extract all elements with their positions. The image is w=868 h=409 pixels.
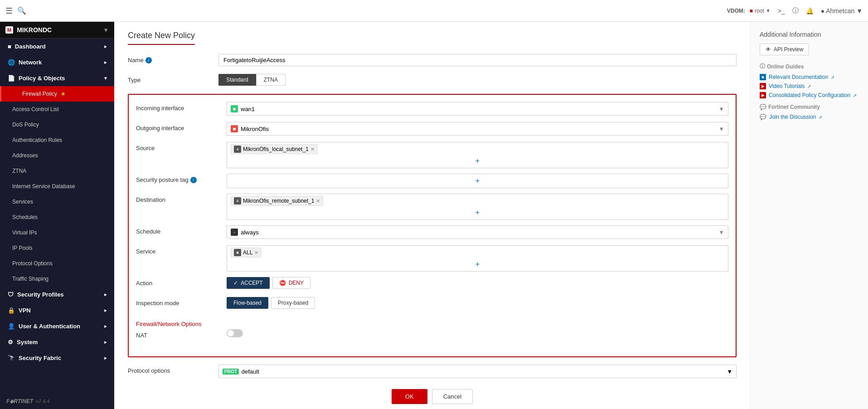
sidebar-item-ip-pools[interactable]: IP Pools [0,240,114,256]
schedule-icon: ◦ [231,229,238,236]
sidebar-item-label: Virtual IPs [12,229,37,236]
source-tag-remove[interactable]: ✕ [310,146,315,152]
incoming-interface-row: Incoming interface ■ wan1 ▼ [136,102,728,117]
topbar-right: VDOM: ■ root ▼ >_ ⓘ 🔔 ● Ahmetcan ▼ [727,7,863,15]
posture-field[interactable]: + [227,174,728,188]
sidebar-collapse-icon[interactable]: ▼ [103,27,109,34]
sidebar-item-protocol-options[interactable]: Protocol Options [0,256,114,271]
source-add-btn[interactable]: + [231,156,724,166]
service-icon: ■ [234,249,241,256]
type-ztna-btn[interactable]: ZTNA [256,74,286,86]
incoming-interface-select[interactable]: ■ wan1 ▼ [227,102,728,116]
nat-control [227,329,728,339]
type-btn-group: Standard ZTNA [218,74,737,86]
sidebar-item-network[interactable]: 🌐 Network ► [0,54,114,70]
sidebar-item-label: Protocol Options [12,260,53,267]
inspection-label: Inspection mode [136,297,227,307]
toggle-knob [228,330,234,336]
outgoing-value: MikronOfis [241,126,269,132]
search-icon[interactable]: 🔍 [17,6,26,15]
consolidated-policy-link[interactable]: ▶ Consolidated Policy Configuration ➚ [760,92,859,98]
bell-icon[interactable]: 🔔 [806,7,814,15]
sidebar-item-vpn[interactable]: 🔒 VPN ► [0,302,114,318]
vdom-selector[interactable]: ■ root ▼ [750,8,771,14]
sidebar-item-dashboard[interactable]: ■ Dashboard ► [0,39,114,54]
chevron-right-icon: ► [103,340,108,345]
proxy-based-btn[interactable]: Proxy-based [271,297,315,309]
service-field[interactable]: ■ ALL ✕ + [227,245,728,272]
schedule-control: ◦ always ▼ [227,225,728,239]
fortinet-logo: F◆RTINET [6,398,33,404]
sidebar-item-access-control[interactable]: Access Control List [0,102,114,117]
sidebar-item-schedules[interactable]: Schedules [0,209,114,225]
user-menu[interactable]: ● Ahmetcan ▼ [821,7,863,15]
community-header: 💬 Fortinet Community [760,104,859,110]
action-deny-btn[interactable]: ⛔ DENY [272,277,310,289]
hamburger-icon[interactable]: ☰ [5,6,13,16]
action-label: Action [136,277,227,287]
protocol-options-label: Protocol options [128,365,218,374]
sidebar-item-user-auth[interactable]: 👤 User & Authentication ► [0,318,114,334]
inspection-mode-row: Inspection mode Flow-based Proxy-based [136,297,728,312]
api-preview-btn[interactable]: 👁 API Preview [760,44,809,55]
video-tutorials-link[interactable]: ▶ Video Tutorials ➚ [760,83,859,89]
outgoing-interface-select[interactable]: ■ MikronOfis ▼ [227,122,728,136]
right-panel: Additional Information 👁 API Preview ⓘ O… [750,22,868,409]
nat-toggle[interactable] [227,329,243,337]
sidebar-item-policy-objects[interactable]: 📄 Policy & Objects ▼ [0,70,114,86]
posture-add-btn[interactable]: + [231,176,724,186]
source-field[interactable]: 4 MikronOfis_local_subnet_1 ✕ + [227,142,728,168]
destination-tag: 4 MikronOfis_remote_subnet_1 ✕ [231,196,323,206]
sidebar-item-label: Security Profiles [17,291,64,298]
posture-info-icon[interactable]: i [190,177,197,183]
chat-icon: 💬 [760,114,766,120]
terminal-icon[interactable]: >_ [778,7,785,15]
ok-button[interactable]: OK [392,389,427,404]
service-add-btn[interactable]: + [231,259,724,269]
form-actions: OK Cancel [128,385,737,409]
sidebar-item-system[interactable]: ⚙ System ► [0,334,114,350]
sidebar-item-security-profiles[interactable]: 🛡 Security Profiles ► [0,287,114,302]
destination-tag-remove[interactable]: ✕ [316,198,320,204]
type-standard-btn[interactable]: Standard [218,74,256,86]
name-input[interactable] [218,54,737,66]
relevant-docs-link[interactable]: ■ Relevant Documentation ➚ [760,74,859,80]
video-icon: ▶ [760,83,766,89]
cancel-button[interactable]: Cancel [432,389,473,404]
name-info-icon[interactable]: i [145,57,152,63]
incoming-value: wan1 [241,106,255,112]
sidebar-item-traffic-shaping[interactable]: Traffic Shaping [0,271,114,287]
sidebar-item-services[interactable]: Services [0,194,114,209]
protocol-select[interactable]: PROT default ▼ [218,365,737,378]
join-discussion-link[interactable]: 💬 Join the Discussion ➚ [760,114,859,120]
destination-add-btn[interactable]: + [231,208,724,218]
question-icon: ⓘ [760,63,765,70]
sidebar-item-firewall-policy[interactable]: Firewall Policy ★ [0,86,114,102]
chevron-right-icon: ► [103,292,108,297]
subnet-icon: 4 [234,197,241,204]
dashboard-icon: ■ [8,43,11,50]
destination-field[interactable]: 4 MikronOfis_remote_subnet_1 ✕ + [227,194,728,220]
network-icon: 🌐 [8,59,15,66]
sidebar-item-ztna[interactable]: ZTNA [0,163,114,179]
action-row: Action ✓ ACCEPT ⛔ DENY [136,277,728,292]
sidebar-item-virtual-ips[interactable]: Virtual IPs [0,225,114,240]
sidebar-item-security-fabric[interactable]: 🔭 Security Fabric ► [0,350,114,366]
online-guides-header: ⓘ Online Guides [760,63,859,70]
sidebar-item-label: IP Pools [12,245,32,251]
sidebar-item-addresses[interactable]: Addresses [0,148,114,163]
destination-label: Destination [136,194,227,203]
version-label: v7.4.4 [36,399,49,404]
wan-icon: ■ [231,105,238,112]
destination-row: Destination 4 MikronOfis_remote_subnet_1… [136,194,728,220]
sidebar-item-dos-policy[interactable]: DoS Policy [0,117,114,132]
schedule-select[interactable]: ◦ always ▼ [227,225,728,239]
outgoing-control: ■ MikronOfis ▼ [227,122,728,136]
action-accept-btn[interactable]: ✓ ACCEPT [227,277,270,289]
sidebar-item-internet-service[interactable]: Internet Service Database [0,179,114,194]
incoming-control: ■ wan1 ▼ [227,102,728,116]
service-tag-remove[interactable]: ✕ [254,250,258,256]
help-icon[interactable]: ⓘ [792,7,799,15]
flow-based-btn[interactable]: Flow-based [227,297,268,309]
sidebar-item-auth-rules[interactable]: Authentication Rules [0,132,114,148]
